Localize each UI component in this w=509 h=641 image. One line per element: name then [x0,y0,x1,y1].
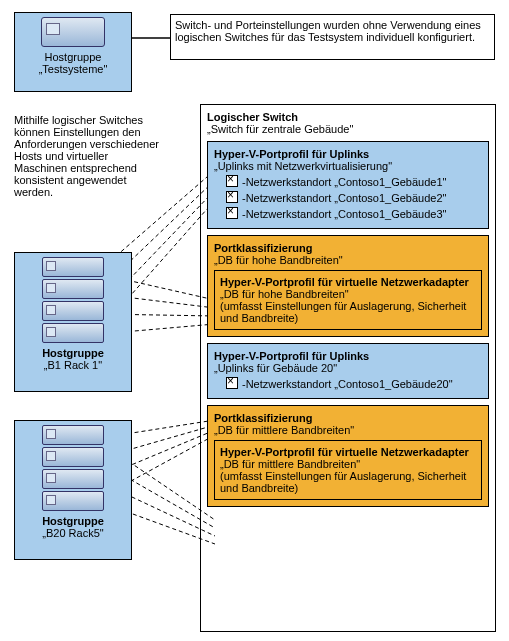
uplink1-site-row: -Netzwerkstandort „Contoso1_Gebäude2" [226,190,482,204]
uplink2-subtitle: „Uplinks für Gebäude 20" [214,362,482,374]
server-unit-icon [42,491,104,511]
hostgroup-test-label1: Hostgruppe [45,51,102,63]
hostgroup-b1-rack1: Hostgruppe „B1 Rack 1" [14,252,132,392]
vap2-subtitle: „DB für mittlere Bandbreiten" [220,458,476,470]
port-classification-2: Portklassifizierung „DB für mittlere Ban… [207,405,489,507]
uplink2-site1: -Netzwerkstandort „Contoso1_Gebäude20" [242,378,453,390]
checkbox-icon [226,377,238,389]
server-stack-icon [42,257,104,345]
vap1-title: Hyper-V-Portprofil für virtuelle Netzwer… [220,276,476,288]
uplink2-site-row: -Netzwerkstandort „Contoso1_Gebäude20" [226,376,482,390]
virtual-adapter-profile-1: Hyper-V-Portprofil für virtuelle Netzwer… [214,270,482,330]
server-unit-icon [42,279,104,299]
vap2-title: Hyper-V-Portprofil für virtuelle Netzwer… [220,446,476,458]
hostgroup-b20-rack5: Hostgruppe „B20 Rack5" [14,420,132,560]
portclass2-title: Portklassifizierung [214,412,482,424]
hostgroup1-label2: „B1 Rack 1" [44,359,102,371]
vap2-detail: (umfasst Einstellungen für Auslagerung, … [220,470,476,494]
vap1-subtitle: „DB für hohe Bandbreiten" [220,288,476,300]
server-unit-icon [42,425,104,445]
checkbox-icon [226,175,238,187]
server-icon [41,17,105,47]
uplink1-site2: -Netzwerkstandort „Contoso1_Gebäude2" [242,192,446,204]
logical-switch-title: Logischer Switch [207,111,489,123]
uplink1-site-row: -Netzwerkstandort „Contoso1_Gebäude3" [226,206,482,220]
portclass1-title: Portklassifizierung [214,242,482,254]
uplink2-title: Hyper-V-Portprofil für Uplinks [214,350,482,362]
server-unit-icon [42,469,104,489]
note-box: Switch- und Porteinstellungen wurden ohn… [170,14,495,60]
server-stack-icon [42,425,104,513]
uplink1-site3: -Netzwerkstandort „Contoso1_Gebäude3" [242,208,446,220]
portclass2-subtitle: „DB für mittlere Bandbreiten" [214,424,482,436]
note-text: Switch- und Porteinstellungen wurden ohn… [175,19,481,43]
description-text: Mithilfe logischer Switches können Einst… [14,114,162,198]
server-unit-icon [42,447,104,467]
uplink-profile-2: Hyper-V-Portprofil für Uplinks „Uplinks … [207,343,489,399]
logical-switch-subtitle: „Switch für zentrale Gebäude" [207,123,489,135]
uplink-profile-1: Hyper-V-Portprofil für Uplinks „Uplinks … [207,141,489,229]
uplink1-site1: -Netzwerkstandort „Contoso1_Gebäude1" [242,176,446,188]
port-classification-1: Portklassifizierung „DB für hohe Bandbre… [207,235,489,337]
hostgroup1-label1: Hostgruppe [42,347,104,359]
checkbox-icon [226,191,238,203]
hostgroup-test-label2: „Testsysteme" [39,63,108,75]
vap1-detail: (umfasst Einstellungen für Auslagerung, … [220,300,476,324]
server-unit-icon [42,323,104,343]
hostgroup2-label2: „B20 Rack5" [42,527,103,539]
virtual-adapter-profile-2: Hyper-V-Portprofil für virtuelle Netzwer… [214,440,482,500]
portclass1-subtitle: „DB für hohe Bandbreiten" [214,254,482,266]
server-unit-icon [42,257,104,277]
uplink1-title: Hyper-V-Portprofil für Uplinks [214,148,482,160]
checkbox-icon [226,207,238,219]
logical-switch: Logischer Switch „Switch für zentrale Ge… [200,104,496,632]
hostgroup-test: Hostgruppe „Testsysteme" [14,12,132,92]
hostgroup2-label1: Hostgruppe [42,515,104,527]
uplink1-subtitle: „Uplinks mit Netzwerkvirtualisierung" [214,160,482,172]
server-unit-icon [42,301,104,321]
uplink1-site-row: -Netzwerkstandort „Contoso1_Gebäude1" [226,174,482,188]
